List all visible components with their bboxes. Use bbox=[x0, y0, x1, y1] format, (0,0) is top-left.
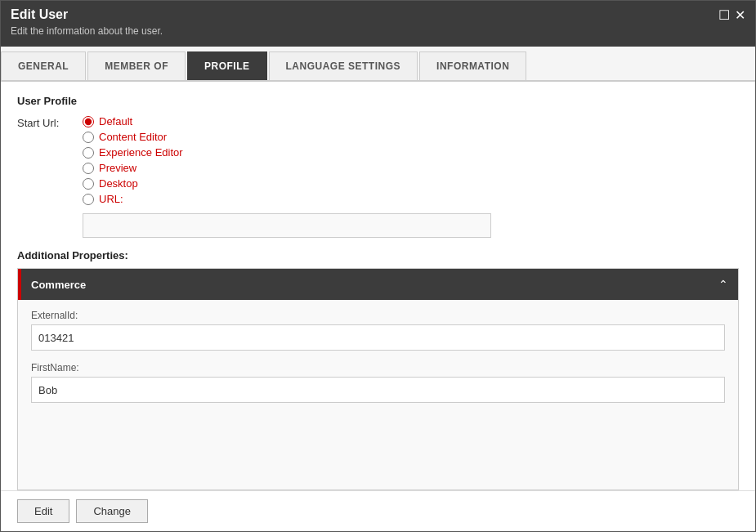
accordion-body: ExternalId: FirstName: bbox=[18, 300, 738, 490]
radio-content-editor-input[interactable] bbox=[83, 132, 94, 143]
tab-general[interactable]: GENERAL bbox=[1, 51, 86, 80]
radio-default-label: Default bbox=[99, 115, 132, 127]
radio-preview-input[interactable] bbox=[83, 163, 94, 174]
url-input-row bbox=[83, 213, 739, 238]
minimize-button[interactable]: ☐ bbox=[718, 9, 730, 22]
externalid-label: ExternalId: bbox=[31, 310, 725, 321]
accordion-title: Commerce bbox=[31, 279, 718, 291]
externalid-input[interactable] bbox=[31, 324, 725, 351]
tab-member-of[interactable]: MEMBER OF bbox=[87, 51, 186, 80]
tab-profile[interactable]: PROFILE bbox=[187, 51, 267, 80]
title-bar-controls: ☐ ✕ bbox=[718, 9, 745, 22]
firstname-label: FirstName: bbox=[31, 362, 725, 373]
close-button[interactable]: ✕ bbox=[735, 9, 745, 22]
radio-url-label: URL: bbox=[99, 193, 123, 205]
window-subtitle: Edit the information about the user. bbox=[11, 25, 163, 37]
radio-url-input[interactable] bbox=[83, 194, 94, 205]
edit-button[interactable]: Edit bbox=[17, 499, 69, 523]
radio-group: Default Content Editor Experience Editor… bbox=[83, 115, 183, 205]
radio-content-editor-label: Content Editor bbox=[99, 131, 167, 143]
radio-experience-editor-label: Experience Editor bbox=[99, 146, 183, 159]
field-group-externalid: ExternalId: bbox=[31, 310, 725, 351]
tabs-bar: GENERAL MEMBER OF PROFILE LANGUAGE SETTI… bbox=[1, 47, 755, 82]
radio-preview[interactable]: Preview bbox=[83, 162, 183, 174]
firstname-input[interactable] bbox=[31, 377, 725, 403]
accordion-chevron-icon: ⌃ bbox=[718, 278, 728, 291]
url-input[interactable] bbox=[83, 213, 491, 238]
additional-props-label: Additional Properties: bbox=[17, 249, 739, 262]
radio-desktop[interactable]: Desktop bbox=[83, 177, 183, 190]
radio-experience-editor[interactable]: Experience Editor bbox=[83, 146, 183, 159]
tab-language-settings[interactable]: LANGUAGE SETTINGS bbox=[269, 51, 418, 80]
accordion-header[interactable]: Commerce ⌃ bbox=[18, 269, 738, 300]
start-url-row: Start Url: Default Content Editor Experi… bbox=[17, 115, 739, 205]
start-url-label: Start Url: bbox=[17, 115, 83, 129]
change-button[interactable]: Change bbox=[76, 499, 148, 523]
radio-default[interactable]: Default bbox=[83, 115, 183, 127]
footer-bar: Edit Change bbox=[1, 490, 755, 531]
radio-experience-editor-input[interactable] bbox=[83, 147, 94, 159]
section-title: User Profile bbox=[17, 95, 739, 107]
window-title: Edit User bbox=[11, 7, 163, 22]
accordion-area: Commerce ⌃ ExternalId: FirstName: bbox=[17, 268, 739, 490]
title-bar: Edit User Edit the information about the… bbox=[1, 1, 755, 47]
radio-desktop-input[interactable] bbox=[83, 178, 94, 190]
content-area: User Profile Start Url: Default Content … bbox=[1, 82, 755, 490]
radio-default-input[interactable] bbox=[83, 116, 94, 127]
edit-user-window: Edit User Edit the information about the… bbox=[0, 0, 756, 532]
field-group-firstname: FirstName: bbox=[31, 362, 725, 403]
tab-information[interactable]: INFORMATION bbox=[419, 51, 526, 80]
title-bar-left: Edit User Edit the information about the… bbox=[11, 7, 163, 37]
radio-desktop-label: Desktop bbox=[99, 177, 138, 190]
radio-content-editor[interactable]: Content Editor bbox=[83, 131, 183, 143]
radio-preview-label: Preview bbox=[99, 162, 136, 174]
radio-url[interactable]: URL: bbox=[83, 193, 183, 205]
